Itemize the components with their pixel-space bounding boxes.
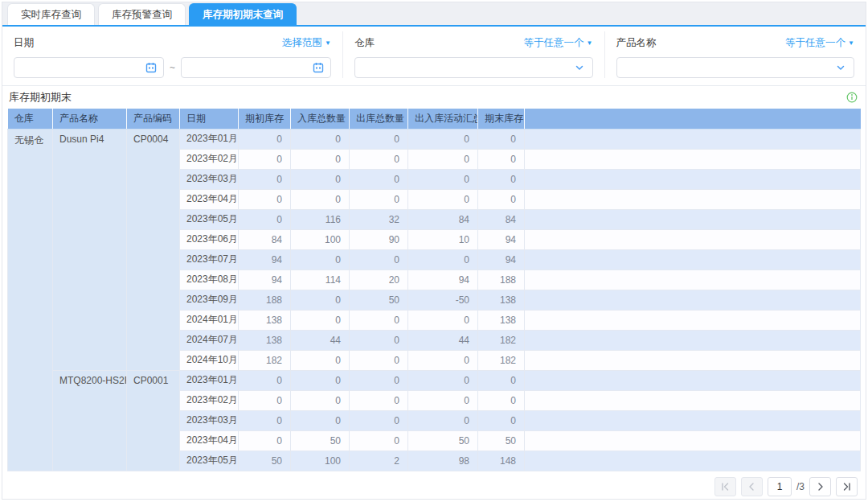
date-start-field[interactable] [21,62,145,73]
inventory-table-wrap: 仓库 产品名称 产品编码 日期 期初库存 入库总数量 出库总数量 出入库活动汇总… [2,109,866,471]
cell-value: 50 [239,451,291,471]
cell-value: 44 [408,330,478,350]
cell-value: 0 [350,310,408,330]
cell-value: 0 [291,370,350,390]
cell-value: 188 [478,270,525,290]
cell-date: 2023年05月 [180,209,239,229]
cell-date: 2023年03月 [180,169,239,189]
first-page-button[interactable] [714,477,736,496]
cell-value: 0 [478,169,525,189]
cell-value: 0 [239,129,291,149]
cell-product-name: MTQ8200-HS2F [53,370,127,471]
cell-value: 138 [239,310,291,330]
prev-page-button[interactable] [741,477,763,496]
cell-date: 2023年06月 [180,229,239,249]
date-end-input[interactable] [181,57,331,78]
cell-value: 0 [350,350,408,370]
date-range-separator: ~ [170,62,175,73]
cell-value: 0 [350,249,408,270]
col-product-code: 产品编码 [127,109,180,129]
next-page-icon [816,482,825,492]
inventory-table: 仓库 产品名称 产品编码 日期 期初库存 入库总数量 出库总数量 出入库活动汇总… [7,109,861,471]
cell-value: 0 [291,390,350,410]
cell-value: 0 [408,410,478,430]
date-start-input[interactable] [14,57,164,78]
cell-spacer [525,149,861,169]
col-date: 日期 [180,109,239,129]
filter-product-name: 产品名称 等于任意一个 ▼ [605,31,866,78]
cell-value: 0 [350,390,408,410]
calendar-icon[interactable] [145,62,157,73]
col-inbound-total: 入库总数量 [291,109,350,129]
cell-spacer [525,270,861,290]
filter-date: 日期 选择范围 ▼ ~ [2,31,343,78]
warehouse-filter-label: 仓库 [354,36,375,50]
cell-value: 0 [291,189,350,209]
cell-value: 188 [239,290,291,310]
cell-value: 116 [291,209,350,229]
cell-value: 0 [291,310,350,330]
filter-warehouse: 仓库 等于任意一个 ▼ [343,31,605,78]
col-warehouse: 仓库 [8,109,53,129]
cell-value: 0 [478,370,525,390]
cell-value: 20 [350,270,408,290]
cell-value: 90 [350,229,408,249]
cell-value: -50 [408,290,478,310]
page-number-input[interactable] [768,477,792,496]
cell-date: 2024年10月 [180,350,239,370]
cell-value: 182 [478,330,525,350]
calendar-icon[interactable] [313,62,324,73]
col-spacer [525,109,861,129]
date-end-field[interactable] [188,62,313,73]
cell-value: 0 [239,149,291,169]
table-section-header: 库存期初期末 [2,85,866,109]
warehouse-select[interactable] [354,57,593,78]
pagination-bar: /3 [2,471,866,496]
cell-value: 0 [291,249,350,270]
next-page-button[interactable] [809,477,831,496]
cell-value: 0 [408,169,478,189]
cell-date: 2023年05月 [180,451,239,471]
cell-value: 94 [478,229,525,249]
cell-value: 0 [408,350,478,370]
cell-value: 0 [291,290,350,310]
cell-date: 2023年02月 [180,390,239,410]
tab-realtime-inventory[interactable]: 实时库存查询 [7,3,95,25]
cell-date: 2023年09月 [180,290,239,310]
cell-value: 100 [291,229,350,249]
cell-value: 98 [408,451,478,471]
cell-value: 100 [291,451,350,471]
cell-value: 0 [350,370,408,390]
cell-spacer [525,410,861,430]
tab-inventory-warning[interactable]: 库存预警查询 [98,3,186,25]
cell-value: 94 [478,249,525,270]
cell-value: 0 [408,129,478,149]
cell-value: 2 [350,451,408,471]
col-closing-stock: 期末库存 [478,109,525,129]
cell-spacer [525,290,861,310]
cell-date: 2024年07月 [180,330,239,350]
info-icon[interactable] [846,92,858,103]
date-range-mode-dropdown[interactable]: 选择范围 ▼ [282,36,331,50]
cell-spacer [525,390,861,410]
cell-value: 114 [291,270,350,290]
cell-date: 2024年01月 [180,310,239,330]
cell-value: 138 [478,290,525,310]
product-condition-dropdown[interactable]: 等于任意一个 ▼ [785,36,854,50]
cell-date: 2023年08月 [180,270,239,290]
tab-period-begin-end[interactable]: 库存期初期末查询 [189,3,297,25]
last-page-button[interactable] [836,477,858,496]
cell-product-code: CP0001 [127,370,180,471]
cell-value: 0 [478,189,525,209]
cell-value: 182 [478,350,525,370]
warehouse-condition-dropdown[interactable]: 等于任意一个 ▼ [524,36,593,50]
cell-value: 0 [291,410,350,430]
filter-panel: 日期 选择范围 ▼ ~ [2,27,866,85]
tab-bar: 实时库存查询 库存预警查询 库存期初期末查询 [2,2,866,27]
product-select[interactable] [616,57,855,78]
cell-value: 50 [408,430,478,451]
cell-value: 0 [350,330,408,350]
caret-down-icon: ▼ [848,40,854,47]
cell-spacer [525,430,861,451]
cell-date: 2023年04月 [180,189,239,209]
